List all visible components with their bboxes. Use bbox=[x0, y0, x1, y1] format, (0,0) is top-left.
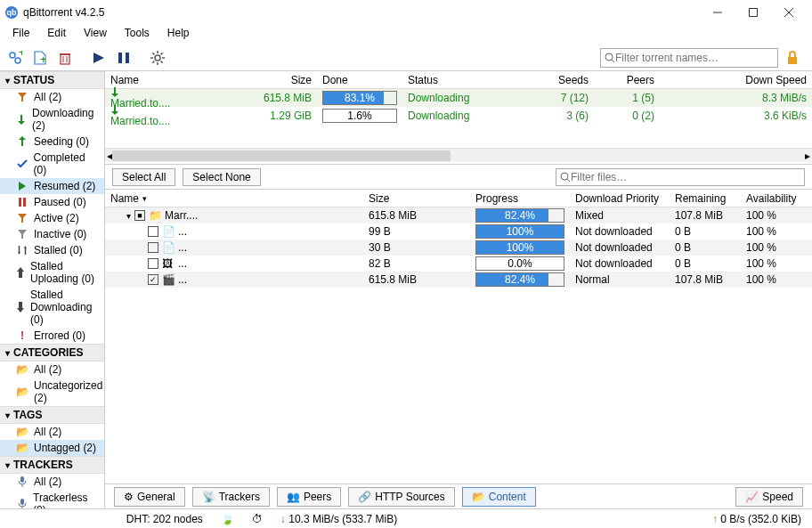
minimize-button[interactable] bbox=[700, 1, 735, 24]
col-seeds[interactable]: Seeds bbox=[509, 74, 594, 86]
file-row[interactable]: 📄... 99 B 100% Not downloaded 0 B 100 % bbox=[105, 223, 812, 240]
svg-line-22 bbox=[161, 53, 163, 54]
tab-content[interactable]: 📂Content bbox=[462, 487, 536, 507]
col-name[interactable]: Name bbox=[105, 74, 248, 86]
status-icon bbox=[16, 114, 27, 125]
torrent-row[interactable]: Married.to.... 1.29 GiB 1.6% Downloading… bbox=[105, 107, 812, 125]
settings-button[interactable] bbox=[148, 48, 167, 68]
chevron-down-icon: ▾ bbox=[5, 460, 10, 470]
search-box[interactable] bbox=[600, 48, 778, 68]
lock-icon[interactable] bbox=[784, 48, 801, 68]
tab-trackers[interactable]: 📡Trackers bbox=[192, 487, 270, 507]
leaf-icon: 🍃 bbox=[221, 513, 234, 525]
svg-rect-13 bbox=[118, 53, 122, 63]
titlebar[interactable]: qb qBittorrent v4.2.5 bbox=[0, 0, 812, 25]
file-checkbox[interactable] bbox=[148, 226, 158, 237]
sidebar-item[interactable]: Stalled Downloading (0) bbox=[0, 287, 104, 328]
file-row[interactable]: 🖼... 82 B 0.0% Not downloaded 0 B 100 % bbox=[105, 256, 812, 272]
file-checkbox[interactable] bbox=[148, 258, 158, 269]
sidebar-item[interactable]: Completed (0) bbox=[0, 150, 104, 178]
file-row[interactable]: 📄... 30 B 100% Not downloaded 0 B 100 % bbox=[105, 240, 812, 256]
file-checkbox[interactable] bbox=[148, 242, 158, 253]
menu-file[interactable]: File bbox=[4, 25, 38, 45]
sidebar-item[interactable]: 📂All (2) bbox=[0, 424, 104, 440]
sidebar-item[interactable]: Stalled Uploading (0) bbox=[0, 258, 104, 287]
sidebar-item[interactable]: Seeding (0) bbox=[0, 134, 104, 150]
scroll-right-icon[interactable]: ▸ bbox=[805, 150, 810, 162]
select-none-button[interactable]: Select None bbox=[183, 168, 260, 186]
status-icon bbox=[16, 197, 28, 207]
file-checkbox[interactable]: ■ bbox=[134, 210, 145, 221]
fcol-avail[interactable]: Availability bbox=[741, 192, 812, 205]
file-filter-box[interactable] bbox=[556, 168, 805, 186]
fcol-name[interactable]: Name▾ bbox=[105, 192, 363, 205]
file-filter-input[interactable] bbox=[571, 171, 800, 183]
pause-button[interactable] bbox=[114, 48, 134, 68]
collapse-icon[interactable]: ▾ bbox=[126, 211, 131, 221]
delete-button[interactable] bbox=[55, 48, 75, 68]
fcol-priority[interactable]: Download Priority bbox=[570, 192, 670, 205]
fcol-size[interactable]: Size bbox=[363, 192, 470, 205]
sidebar-item-label: Errored (0) bbox=[34, 329, 85, 342]
col-status[interactable]: Status bbox=[402, 74, 509, 86]
h-scrollbar[interactable]: ◂▸ bbox=[105, 148, 812, 162]
tab-speed[interactable]: 📈Speed bbox=[735, 487, 803, 507]
sidebar-item[interactable]: 📂Uncategorized (2) bbox=[0, 378, 104, 406]
trackers-header[interactable]: ▾TRACKERS bbox=[0, 456, 104, 474]
select-all-button[interactable]: Select All bbox=[112, 168, 175, 186]
categories-header[interactable]: ▾CATEGORIES bbox=[0, 344, 104, 361]
col-done[interactable]: Done bbox=[317, 74, 402, 86]
sidebar-item[interactable]: Inactive (0) bbox=[0, 226, 104, 242]
sidebar-item[interactable]: Paused (0) bbox=[0, 194, 104, 210]
tab-http-sources[interactable]: 🔗HTTP Sources bbox=[348, 487, 454, 507]
col-size[interactable]: Size bbox=[248, 74, 317, 86]
menu-tools[interactable]: Tools bbox=[116, 25, 158, 45]
menu-edit[interactable]: Edit bbox=[38, 25, 75, 45]
menu-help[interactable]: Help bbox=[158, 25, 199, 45]
main-pane: Name Size Done Status Seeds Peers Down S… bbox=[105, 71, 812, 508]
sidebar-item[interactable]: Trackerless (0) bbox=[0, 490, 104, 508]
col-dspeed[interactable]: Down Speed bbox=[660, 74, 812, 86]
chevron-down-icon: ▾ bbox=[5, 410, 10, 420]
file-size: 82 B bbox=[363, 257, 470, 270]
sidebar-item[interactable]: 📂All (2) bbox=[0, 361, 104, 378]
status-icon bbox=[16, 213, 28, 223]
folder-icon: 📂 bbox=[16, 363, 28, 376]
add-link-button[interactable]: + bbox=[5, 48, 25, 68]
torrent-size: 615.8 MiB bbox=[248, 92, 317, 104]
tab-general[interactable]: ⚙General bbox=[114, 487, 185, 507]
col-peers[interactable]: Peers bbox=[594, 74, 660, 86]
file-remaining: 0 B bbox=[670, 257, 741, 270]
speed-icon: 📈 bbox=[745, 491, 759, 503]
svg-line-20 bbox=[152, 53, 154, 54]
close-button[interactable] bbox=[771, 1, 807, 24]
file-row[interactable]: ✓🎬... 615.8 MiB 82.4% Normal 107.8 MiB 1… bbox=[105, 272, 812, 288]
search-input[interactable] bbox=[615, 52, 774, 64]
file-remaining: 0 B bbox=[670, 241, 741, 254]
tab-peers[interactable]: 👥Peers bbox=[277, 487, 341, 507]
add-file-button[interactable]: + bbox=[30, 48, 50, 68]
svg-marker-36 bbox=[18, 230, 27, 239]
window-title: qBittorrent v4.2.5 bbox=[23, 6, 700, 19]
sidebar-item[interactable]: All (2) bbox=[0, 89, 104, 105]
toolbar: + + bbox=[0, 45, 812, 71]
menu-view[interactable]: View bbox=[75, 25, 116, 45]
torrent-peers: 0 (2) bbox=[594, 110, 660, 122]
file-row[interactable]: ▾■📁Marr.... 615.8 MiB 82.4% Mixed 107.8 … bbox=[105, 207, 812, 223]
maximize-button[interactable] bbox=[735, 1, 771, 24]
resume-button[interactable] bbox=[89, 48, 109, 68]
status-header[interactable]: ▾STATUS bbox=[0, 71, 104, 89]
sidebar-item[interactable]: !Errored (0) bbox=[0, 328, 104, 344]
sidebar-item[interactable]: All (2) bbox=[0, 474, 104, 490]
fcol-remaining[interactable]: Remaining bbox=[670, 192, 741, 205]
up-speed-status: ↑ 0 B/s (352.0 KiB) bbox=[712, 513, 801, 525]
sidebar-item[interactable]: Resumed (2) bbox=[0, 178, 104, 194]
sidebar-item[interactable]: Stalled (0) bbox=[0, 242, 104, 258]
tags-header[interactable]: ▾TAGS bbox=[0, 406, 104, 424]
sidebar-item[interactable]: Downloading (2) bbox=[0, 105, 104, 134]
sidebar-item[interactable]: 📂Untagged (2) bbox=[0, 440, 104, 456]
scroll-thumb[interactable] bbox=[112, 150, 451, 161]
fcol-progress[interactable]: Progress bbox=[470, 192, 570, 205]
file-checkbox[interactable]: ✓ bbox=[148, 274, 158, 285]
sidebar-item[interactable]: Active (2) bbox=[0, 210, 104, 226]
